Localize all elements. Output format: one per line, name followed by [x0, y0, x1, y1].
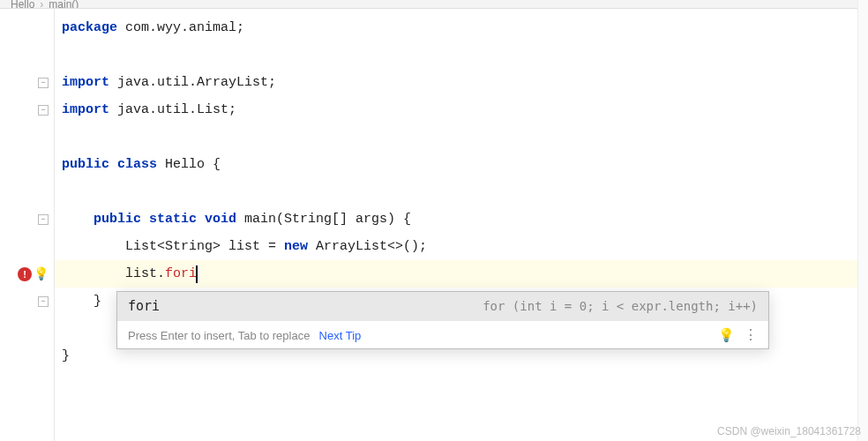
code-area[interactable]: package com.wyy.animal; import java.util… [55, 9, 867, 441]
error-icon[interactable]: ! [18, 267, 32, 281]
keyword-package: package [62, 20, 117, 35]
code-line[interactable]: List<String> list = new ArrayList<>(); [55, 233, 867, 260]
constructor-call: ArrayList<>(); [308, 239, 427, 254]
more-menu-icon[interactable]: ⋮ [744, 328, 758, 342]
completion-footer: Press Enter to insert, Tab to replace Ne… [117, 320, 768, 348]
keyword-class: class [109, 157, 157, 172]
completion-name: fori [128, 298, 160, 314]
keyword-static: static [141, 212, 197, 227]
variable-ref: list. [125, 266, 165, 281]
close-brace: } [62, 348, 70, 363]
breadcrumb-separator: › [40, 0, 43, 9]
code-line[interactable] [55, 41, 867, 69]
completion-item-selected[interactable]: fori for (int i = 0; i < expr.length; i+… [117, 292, 768, 320]
breadcrumb-method[interactable]: main() [49, 0, 79, 9]
editor-area[interactable]: − − − ! 💡 − package com.wyy.animal; impo… [0, 9, 868, 441]
code-line[interactable] [55, 123, 867, 151]
package-path: com.wyy.animal; [117, 20, 244, 35]
watermark: CSDN @weixin_18041361728 [717, 425, 861, 437]
keyword-new: new [284, 239, 308, 254]
code-line[interactable]: public static void main(String[] args) { [55, 206, 867, 233]
scrollbar[interactable] [857, 0, 868, 441]
code-line[interactable] [55, 178, 867, 206]
indent [62, 294, 94, 309]
indent [62, 212, 94, 227]
bulb-icon[interactable]: 💡 [718, 327, 735, 343]
code-line[interactable]: package com.wyy.animal; [55, 14, 867, 41]
completion-preview: for (int i = 0; i < expr.length; i++) [483, 299, 758, 313]
fold-icon[interactable]: − [38, 105, 49, 116]
fold-end-icon[interactable]: − [38, 296, 49, 307]
next-tip-link[interactable]: Next Tip [319, 329, 362, 342]
gutter: − − − ! 💡 − [0, 9, 55, 441]
keyword-import: import [62, 102, 109, 117]
code-line[interactable]: import java.util.ArrayList; [55, 69, 867, 96]
keyword-import: import [62, 75, 109, 90]
class-declaration: Hello { [157, 157, 221, 172]
typed-text: fori [165, 266, 197, 281]
fold-icon[interactable]: − [38, 214, 49, 225]
fold-icon[interactable]: − [38, 78, 49, 88]
indent [62, 266, 125, 281]
keyword-void: void [197, 212, 236, 227]
method-signature: main(String[] args) { [236, 212, 411, 227]
variable-declaration: List<String> list = [125, 239, 284, 254]
breadcrumb-class[interactable]: Hello [11, 0, 34, 9]
code-line-active[interactable]: list.fori [55, 260, 867, 288]
text-caret [196, 265, 198, 283]
breadcrumb-bar: Hello › main() [0, 0, 868, 9]
import-statement: java.util.List; [109, 102, 236, 117]
completion-popup: fori for (int i = 0; i < expr.length; i+… [116, 291, 769, 349]
code-line[interactable]: import java.util.List; [55, 96, 867, 123]
close-brace: } [94, 294, 101, 309]
completion-hint: Press Enter to insert, Tab to replace [128, 329, 310, 342]
keyword-public: public [94, 212, 141, 227]
intention-bulb-icon[interactable]: 💡 [34, 266, 49, 281]
import-statement: java.util.ArrayList; [109, 75, 276, 90]
keyword-public: public [62, 157, 109, 172]
code-line[interactable]: public class Hello { [55, 151, 867, 178]
indent [62, 239, 125, 254]
